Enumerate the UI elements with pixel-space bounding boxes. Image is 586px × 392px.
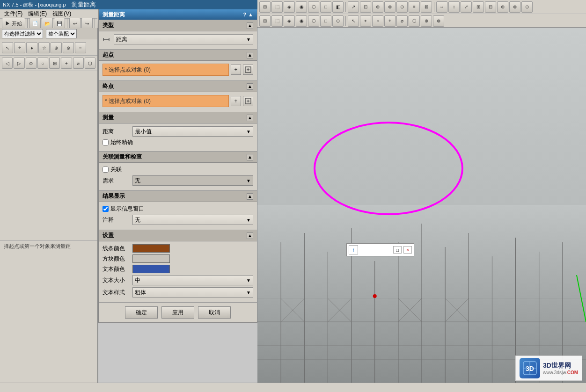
nav-icon10[interactable]: ⊙	[26, 58, 37, 69]
end-sel-btn[interactable]	[243, 96, 253, 106]
dialog-help-btn[interactable]: ?	[243, 12, 246, 17]
nav-icon2[interactable]: ⌖	[14, 42, 25, 53]
rt-btn18[interactable]: ⊞	[473, 1, 484, 13]
nav-icon12[interactable]: ⊞	[49, 58, 60, 69]
text-size-select[interactable]: 中 ▼	[132, 275, 253, 285]
nav-icon5[interactable]: ⊕	[51, 42, 62, 53]
rt-btn9[interactable]: ⊡	[360, 1, 371, 13]
rt-btn5[interactable]: ⬡	[308, 1, 319, 13]
block-color-swatch[interactable]	[132, 254, 170, 263]
menu-file[interactable]: 文件(F)	[2, 9, 25, 18]
rt2-btn13[interactable]: ⬡	[409, 15, 420, 27]
nav-icon11[interactable]: ○	[37, 58, 48, 69]
rt2-btn7[interactable]: ⊙	[332, 15, 344, 27]
rt2-btn5[interactable]: ⬡	[308, 15, 319, 27]
rt-btn6[interactable]: □	[320, 1, 331, 13]
rt-btn4[interactable]: ◉	[296, 1, 307, 13]
rt-btn11[interactable]: ⊗	[384, 1, 396, 13]
rt-btn22[interactable]: ⊙	[521, 1, 533, 13]
rt2-btn2[interactable]: ⬚	[271, 15, 283, 27]
filter-select[interactable]: 有选择过滤器	[2, 29, 43, 38]
info-minimize-btn[interactable]: □	[393, 246, 402, 254]
rt-btn21[interactable]: ⊗	[509, 1, 520, 13]
rt2-btn11[interactable]: +	[384, 15, 396, 27]
rt-btn1[interactable]: ⊞	[259, 1, 271, 13]
nav-icon13[interactable]: +	[61, 58, 72, 69]
assembly-select[interactable]: 整个装配	[46, 29, 77, 38]
section-measure-collapse[interactable]: ▲	[247, 115, 253, 121]
rt-btn10[interactable]: ⊕	[372, 1, 383, 13]
rt-btn19[interactable]: ⊟	[485, 1, 496, 13]
rt2-btn6[interactable]: □	[320, 15, 331, 27]
section-type-collapse[interactable]: ▲	[247, 22, 253, 29]
nav-icon9[interactable]: ▷	[14, 58, 24, 69]
section-start-collapse[interactable]: ▲	[247, 52, 253, 58]
rt2-btn12[interactable]: ⌀	[396, 15, 408, 27]
redo-btn[interactable]: ↪	[81, 18, 93, 29]
nav-icon6[interactable]: ⊗	[63, 42, 74, 53]
line-color-swatch[interactable]	[132, 244, 170, 253]
undo-btn[interactable]: ↩	[69, 18, 81, 29]
annotation-label: 注释	[103, 216, 131, 224]
nav-icon15[interactable]: ⬡	[85, 58, 95, 69]
rt-btn8[interactable]: ↗	[348, 1, 359, 13]
start-add-btn[interactable]: +	[231, 65, 241, 75]
end-add-btn[interactable]: +	[231, 96, 241, 106]
rt2-btn4[interactable]: ◉	[296, 15, 307, 27]
section-assoc-collapse[interactable]: ▲	[247, 154, 253, 160]
rt2-btn9[interactable]: ⌖	[360, 15, 371, 27]
start-sel-btn[interactable]	[243, 65, 253, 75]
section-result-collapse[interactable]: ▲	[247, 193, 253, 200]
cancel-button[interactable]: 取消	[198, 306, 231, 319]
new-btn[interactable]: 📄	[29, 18, 41, 29]
assoc-checkbox[interactable]	[103, 167, 109, 173]
nav-icon7[interactable]: ≡	[75, 42, 86, 53]
rt2-btn8[interactable]: ↖	[348, 15, 359, 27]
main-viewport: i □ ×	[257, 28, 586, 383]
rt2-btn3[interactable]: ◈	[284, 15, 295, 27]
rt-btn14[interactable]: ⊠	[421, 1, 432, 13]
right-toolbar: ⊞ ⬚ ◈ ◉ ⬡ □ ◧ ↗ ⊡ ⊕ ⊗ ⊙ ≡ ⊠ ↔ ↕ ⤢ ⊞ ⊟ ⊕ …	[257, 0, 586, 28]
rt2-btn14[interactable]: ⊕	[421, 15, 432, 27]
open-btn[interactable]: 📂	[42, 18, 53, 29]
type-select[interactable]: 距离 ▼	[114, 34, 253, 44]
block-color-row: 方块颜色	[103, 254, 253, 263]
rt-btn15[interactable]: ↔	[436, 1, 447, 13]
rt-btn17[interactable]: ⤢	[461, 1, 472, 13]
rt2-btn1[interactable]: ⊞	[259, 15, 271, 27]
nav-icon3[interactable]: ♦	[26, 42, 37, 53]
rt-btn3[interactable]: ◈	[284, 1, 295, 13]
start-point-input[interactable]: * 选择点或对象 (0)	[103, 64, 229, 76]
save-btn[interactable]: 💾	[54, 18, 65, 29]
apply-button[interactable]: 应用	[161, 306, 194, 319]
rt-btn2[interactable]: ⬚	[271, 1, 283, 13]
rt-btn12[interactable]: ⊙	[396, 1, 408, 13]
nav-icon1[interactable]: ↖	[2, 42, 13, 53]
line-color-label: 线条颜色	[103, 245, 131, 253]
show-window-checkbox[interactable]	[103, 206, 109, 212]
rt2-btn10[interactable]: ○	[372, 15, 383, 27]
rt2-btn15[interactable]: ⊗	[433, 15, 444, 27]
rt-btn16[interactable]: ↕	[448, 1, 460, 13]
watermark: 3D 3D世界网 www.3dsjw.COM	[515, 356, 582, 381]
nav-icon4[interactable]: ☆	[38, 42, 50, 53]
text-style-select[interactable]: 粗体 ▼	[132, 287, 253, 298]
section-end-collapse[interactable]: ▲	[247, 83, 253, 90]
text-color-swatch[interactable]	[132, 265, 170, 273]
rt-btn7[interactable]: ◧	[332, 1, 344, 13]
annotation-select[interactable]: 无 ▼	[132, 215, 253, 225]
distance-select[interactable]: 最小值 ▼	[132, 126, 253, 137]
dialog-collapse-btn[interactable]: ▲	[248, 12, 253, 17]
rt-btn20[interactable]: ⊕	[497, 1, 508, 13]
precise-checkbox[interactable]	[103, 139, 109, 145]
ok-button[interactable]: 确定	[125, 306, 158, 319]
end-point-input[interactable]: * 选择点或对象 (0)	[103, 95, 229, 107]
start-btn[interactable]: ▶ 开始	[2, 18, 25, 29]
menu-view[interactable]: 视图(V)	[50, 9, 73, 18]
nav-icon8[interactable]: ◁	[2, 58, 13, 69]
menu-edit[interactable]: 编辑(E)	[26, 9, 49, 18]
rt-btn13[interactable]: ≡	[409, 1, 420, 13]
section-settings-collapse[interactable]: ▲	[247, 232, 253, 239]
info-close-btn[interactable]: ×	[403, 246, 412, 254]
nav-icon14[interactable]: ⌀	[73, 58, 84, 69]
